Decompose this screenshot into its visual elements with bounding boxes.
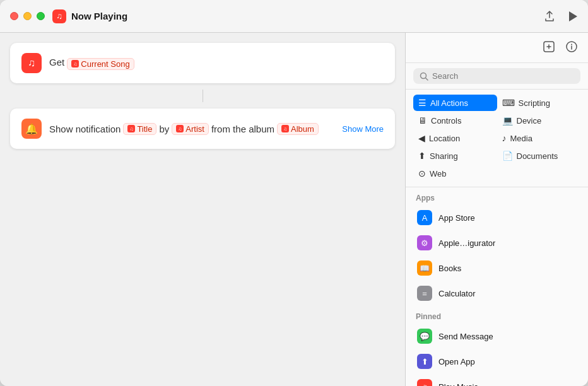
open-app-icon: ⬆ xyxy=(417,354,432,369)
search-input[interactable] xyxy=(432,71,574,81)
controls-icon: 🖥 xyxy=(418,115,427,126)
search-wrapper xyxy=(413,68,580,84)
list-item-send-message[interactable]: 💬 Send Message xyxy=(411,324,583,349)
title-tag[interactable]: ♫ Title xyxy=(123,123,156,135)
send-message-label: Send Message xyxy=(438,332,493,341)
pinned-section-header: Pinned xyxy=(411,306,583,324)
apps-section-header: Apps xyxy=(411,187,583,205)
open-app-label: Open App xyxy=(438,357,475,366)
calculator-label: Calculator xyxy=(438,289,476,298)
info-button[interactable] xyxy=(564,39,579,57)
notification-action-label: Show notification ♫ Title by ♫ Artist fr… xyxy=(49,123,334,135)
sidebar-item-scripting[interactable]: ⌨ Scripting xyxy=(497,95,581,111)
sidebar-item-location[interactable]: ◀ Location xyxy=(413,130,497,146)
svg-line-7 xyxy=(426,78,428,80)
books-icon: 📖 xyxy=(417,260,432,276)
title-tag-label: Title xyxy=(137,124,152,134)
current-song-label: Current Song xyxy=(81,59,129,69)
add-to-sidebar-button[interactable] xyxy=(541,39,556,57)
current-song-tag[interactable]: ♫ Current Song xyxy=(67,58,134,70)
all-actions-icon: ☰ xyxy=(418,98,426,108)
app-window: ♫ Now Playing ♫ Get xyxy=(0,0,588,386)
get-action-card: ♫ Get ♫ Current Song xyxy=(10,43,395,83)
main-content: ♫ Get ♫ Current Song 🔔 Show notification xyxy=(0,33,588,386)
sidebar-item-controls[interactable]: 🖥 Controls xyxy=(413,112,497,129)
app-icon: ♫ xyxy=(52,9,66,23)
scripting-icon: ⌨ xyxy=(502,98,515,108)
album-tag-label: Album xyxy=(291,124,314,134)
list-item-apple-configurator[interactable]: ⚙ Apple…igurator xyxy=(411,230,583,255)
location-label: Location xyxy=(429,134,460,143)
app-store-label: App Store xyxy=(438,213,475,223)
artist-tag[interactable]: ♫ Artist xyxy=(172,123,209,135)
notification-prefix: Show notification xyxy=(49,124,121,134)
actions-list: Apps A App Store ⚙ Apple…igurator 📖 Book… xyxy=(406,187,588,386)
list-item-calculator[interactable]: = Calculator xyxy=(411,281,583,306)
controls-label: Controls xyxy=(431,116,461,126)
workflow-panel: ♫ Get ♫ Current Song 🔔 Show notification xyxy=(0,33,405,386)
list-item-app-store[interactable]: A App Store xyxy=(411,205,583,230)
share-button[interactable] xyxy=(544,11,555,22)
all-actions-label: All Actions xyxy=(430,98,468,108)
from-album-text: from the album xyxy=(211,124,274,134)
list-item-books[interactable]: 📖 Books xyxy=(411,255,583,281)
sharing-label: Sharing xyxy=(430,151,458,161)
title-tag-icon: ♫ xyxy=(127,125,135,132)
close-button[interactable] xyxy=(10,12,18,20)
svg-point-5 xyxy=(571,44,572,45)
play-icon xyxy=(568,11,578,22)
category-grid: ☰ All Actions ⌨ Scripting 🖥 Controls 💻 D… xyxy=(413,95,580,182)
get-action-icon: ♫ xyxy=(21,53,42,73)
documents-label: Documents xyxy=(517,151,558,161)
send-message-icon: 💬 xyxy=(417,329,432,344)
show-more-button[interactable]: Show More xyxy=(342,124,384,134)
search-icon xyxy=(420,72,428,81)
play-music-icon: ♫ xyxy=(417,379,432,386)
notification-action-card: 🔔 Show notification ♫ Title by ♫ Artist … xyxy=(10,108,395,149)
app-store-icon: A xyxy=(417,210,432,225)
titlebar-actions xyxy=(544,11,578,22)
web-label: Web xyxy=(430,169,447,178)
sidebar-item-sharing[interactable]: ⬆ Sharing xyxy=(413,148,497,164)
play-music-label: Play Music xyxy=(438,382,478,387)
sharing-icon: ⬆ xyxy=(418,151,426,161)
play-button[interactable] xyxy=(568,11,578,22)
location-icon: ◀ xyxy=(418,133,425,143)
device-label: Device xyxy=(517,116,542,126)
share-icon xyxy=(544,11,555,22)
device-icon: 💻 xyxy=(502,115,513,126)
by-text: by xyxy=(159,124,169,134)
documents-icon: 📄 xyxy=(502,151,513,161)
get-action-label: Get ♫ Current Song xyxy=(49,57,134,70)
song-tag-icon: ♫ xyxy=(71,60,79,67)
minimize-button[interactable] xyxy=(23,12,32,20)
media-icon: ♪ xyxy=(502,133,507,143)
info-icon xyxy=(565,40,578,53)
titlebar: ♫ Now Playing xyxy=(0,0,588,33)
window-title: Now Playing xyxy=(71,11,127,21)
list-item-open-app[interactable]: ⬆ Open App xyxy=(411,349,583,374)
actions-sidebar: ☰ All Actions ⌨ Scripting 🖥 Controls 💻 D… xyxy=(405,33,588,386)
scripting-label: Scripting xyxy=(519,98,551,108)
sidebar-add-icon xyxy=(543,40,555,53)
sidebar-item-all-actions[interactable]: ☰ All Actions xyxy=(413,95,497,111)
card-connector xyxy=(203,90,203,102)
web-icon: ⊙ xyxy=(418,168,426,178)
media-label: Media xyxy=(510,134,532,143)
maximize-button[interactable] xyxy=(37,12,45,20)
sidebar-item-media[interactable]: ♪ Media xyxy=(497,130,581,146)
sidebar-item-documents[interactable]: 📄 Documents xyxy=(497,148,581,164)
notification-action-icon: 🔔 xyxy=(21,119,42,139)
album-tag[interactable]: ♫ Album xyxy=(277,123,319,135)
sidebar-item-device[interactable]: 💻 Device xyxy=(497,112,581,129)
sidebar-header xyxy=(406,33,588,63)
search-bar xyxy=(406,63,588,90)
list-item-play-music[interactable]: ♫ Play Music xyxy=(411,374,583,386)
artist-tag-label: Artist xyxy=(185,124,204,134)
artist-tag-icon: ♫ xyxy=(176,125,184,132)
calculator-icon: = xyxy=(417,286,432,301)
apple-configurator-icon: ⚙ xyxy=(417,235,432,250)
sidebar-item-web[interactable]: ⊙ Web xyxy=(413,165,497,182)
apple-configurator-label: Apple…igurator xyxy=(438,238,495,248)
album-tag-icon: ♫ xyxy=(281,125,289,132)
